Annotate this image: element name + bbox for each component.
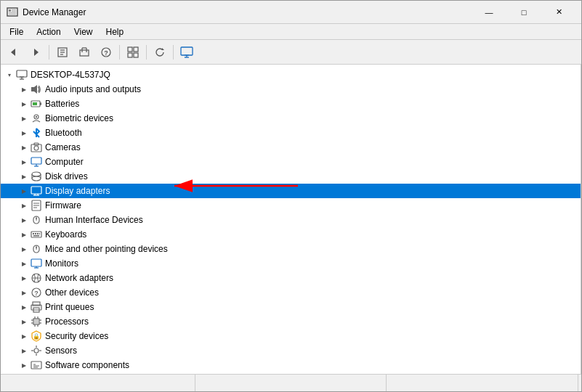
tree-item-sensors[interactable]: ▶ Sensors	[1, 343, 581, 358]
tree-item-computer[interactable]: ▶ Computer	[1, 155, 581, 169]
svg-rect-27	[17, 70, 27, 77]
menu-help[interactable]: Help	[100, 25, 130, 38]
bluetooth-expander[interactable]: ▶	[18, 127, 30, 139]
hid-expander[interactable]: ▶	[18, 214, 30, 226]
svg-rect-35	[33, 102, 37, 105]
update-driver-button[interactable]	[74, 43, 94, 62]
cameras-label: Cameras	[45, 142, 81, 152]
svg-rect-3	[12, 11, 16, 12]
sensors-label: Sensors	[45, 346, 77, 356]
other-expander[interactable]: ▶	[18, 287, 30, 298]
toolbar-sep4	[173, 45, 174, 60]
softcomp-label: Software components	[45, 360, 129, 370]
content-area: ▾ DESKTOP-4L537JQ ▶	[1, 65, 581, 374]
tree-item-softcomp[interactable]: ▶ Software components	[1, 358, 581, 372]
tree-item-processors[interactable]: ▶	[1, 314, 581, 329]
tree-item-disk[interactable]: ▶ Disk drives	[1, 169, 581, 184]
tree-item-batteries[interactable]: ▶ Batteries	[1, 97, 581, 111]
computer-expander[interactable]: ▶	[18, 156, 30, 168]
monitor-button[interactable]	[177, 43, 197, 62]
firmware-label: Firmware	[45, 200, 81, 211]
tree-item-cameras[interactable]: ▶ Cameras	[1, 140, 581, 155]
sensors-icon	[30, 345, 43, 356]
tree-root[interactable]: ▾ DESKTOP-4L537JQ	[1, 68, 581, 82]
batteries-expander[interactable]: ▶	[18, 98, 30, 110]
cameras-expander[interactable]: ▶	[18, 142, 30, 153]
window-icon	[7, 7, 18, 18]
close-button[interactable]: ✕	[542, 1, 575, 24]
minimize-button[interactable]: —	[472, 1, 506, 24]
security-icon: 🔒	[30, 330, 43, 342]
svg-rect-41	[31, 158, 41, 164]
svg-rect-31	[31, 87, 34, 91]
status-segment-2	[195, 375, 387, 391]
show-properties-button[interactable]	[52, 43, 73, 62]
svg-point-58	[36, 218, 37, 219]
hid-icon	[30, 214, 43, 226]
print-label: Print queues	[45, 302, 94, 312]
svg-text:🔒: 🔒	[33, 332, 40, 340]
security-expander[interactable]: ▶	[18, 330, 30, 342]
tree-item-keyboards[interactable]: ▶ Keyboards	[1, 227, 581, 242]
tree-item-hid[interactable]: ▶ Human Interface Devices	[1, 213, 581, 227]
tree-item-mice[interactable]: ▶ Mice and other pointing devices	[1, 242, 581, 256]
keyboards-expander[interactable]: ▶	[18, 229, 30, 240]
firmware-expander[interactable]: ▶	[18, 200, 30, 211]
tree-item-softdev[interactable]: ▶ Software devices	[1, 372, 581, 374]
display-icon	[30, 185, 43, 197]
svg-rect-34	[40, 102, 41, 105]
content-wrapper: ▾ DESKTOP-4L537JQ ▶	[1, 65, 581, 374]
tree-item-audio[interactable]: ▶ Audio inputs and outputs	[1, 82, 581, 97]
disk-expander[interactable]: ▶	[18, 171, 30, 182]
tree-item-other[interactable]: ▶ ? Other devices	[1, 285, 581, 300]
refresh-button[interactable]	[150, 43, 170, 62]
menu-action[interactable]: Action	[31, 25, 66, 38]
svg-marker-22	[162, 48, 164, 50]
svg-point-67	[36, 247, 37, 248]
back-button[interactable]	[4, 43, 24, 62]
audio-expander[interactable]: ▶	[18, 83, 30, 95]
network-expander[interactable]: ▶	[18, 272, 30, 284]
other-icon: ?	[30, 287, 43, 298]
sensors-expander[interactable]: ▶	[18, 345, 30, 356]
forward-button[interactable]	[25, 43, 46, 62]
help-button[interactable]: ?	[96, 43, 116, 62]
svg-point-47	[32, 176, 41, 181]
computer-tree-icon	[30, 156, 43, 168]
show-grid-button[interactable]	[123, 43, 143, 62]
device-manager-window: Device Manager — □ ✕ File Action View He…	[0, 0, 582, 392]
tree-item-monitors[interactable]: ▶ Monitors	[1, 256, 581, 271]
root-expander[interactable]: ▾	[4, 69, 15, 81]
mice-expander[interactable]: ▶	[18, 243, 30, 255]
softcomp-expander[interactable]: ▶	[18, 359, 30, 371]
display-expander[interactable]: ▶	[18, 185, 30, 197]
menu-view[interactable]: View	[68, 25, 99, 38]
tree-item-display[interactable]: ▶ Display adapters	[1, 184, 581, 198]
monitors-expander[interactable]: ▶	[18, 258, 30, 269]
device-tree[interactable]: ▾ DESKTOP-4L537JQ ▶	[1, 65, 581, 374]
tree-item-network[interactable]: ▶ Network adapters	[1, 271, 581, 285]
window-controls: — □ ✕	[472, 1, 575, 24]
tree-item-biometric[interactable]: ▶ Biometric devices	[1, 111, 581, 126]
svg-rect-79	[34, 319, 39, 324]
biometric-expander[interactable]: ▶	[18, 113, 30, 124]
tree-item-firmware[interactable]: ▶ Firmware	[1, 198, 581, 213]
tree-item-security[interactable]: ▶ 🔒 Security devices	[1, 329, 581, 343]
tree-item-bluetooth[interactable]: ▶ Bluetooth	[1, 126, 581, 140]
svg-rect-62	[37, 233, 39, 234]
print-expander[interactable]: ▶	[18, 301, 30, 313]
root-label: DESKTOP-4L537JQ	[31, 70, 110, 80]
processors-expander[interactable]: ▶	[18, 316, 30, 327]
audio-label: Audio inputs and outputs	[45, 84, 141, 94]
processors-label: Processors	[45, 317, 89, 327]
biometric-label: Biometric devices	[45, 113, 113, 123]
maximize-button[interactable]: □	[507, 1, 541, 24]
computer-label: Computer	[45, 157, 84, 167]
other-label: Other devices	[45, 287, 99, 298]
toolbar: ?	[1, 40, 581, 65]
menu-file[interactable]: File	[4, 25, 29, 38]
tree-item-print[interactable]: ▶ Print queues	[1, 300, 581, 314]
svg-rect-64	[33, 235, 39, 237]
menu-bar: File Action View Help	[1, 24, 581, 40]
svg-rect-19	[134, 47, 138, 52]
